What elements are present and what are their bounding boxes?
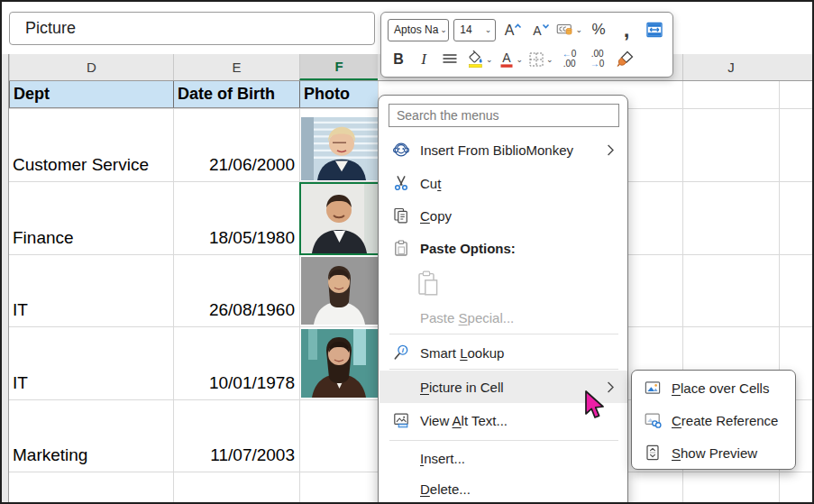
chevron-right-icon [607,144,615,156]
cell-dept[interactable]: Marketing [9,399,173,472]
font-color-icon: A [498,50,516,69]
excel-window: Picture DEFJ DeptDate of BirthPhotoCusto… [0,0,814,504]
align-center-button[interactable] [438,47,462,72]
portrait-woman-white-blouse[interactable] [301,257,378,325]
menu-divider [389,440,618,441]
grow-font-button[interactable]: A [500,17,524,42]
monkey-icon [390,141,412,159]
cell-date-of-birth[interactable]: 10/01/1978 [173,326,299,399]
submenu-item-create-reference[interactable]: Create Reference [632,404,795,436]
fill-color-icon [466,50,485,69]
place-over-cells-icon [643,379,663,397]
svg-text:A: A [534,23,543,38]
portrait-woman-blonde-glasses[interactable] [301,117,378,180]
submenu-item-show-preview[interactable]: Show Preview [632,436,795,469]
menu-item-paste-special: Paste Special... [380,305,627,330]
column-header-F[interactable]: F [299,54,378,80]
chevron-down-icon: ⌄ [486,55,493,64]
cell-dept[interactable]: Finance [9,181,173,254]
menu-divider [389,369,618,370]
cursor-arrow-icon [583,389,607,420]
menu-divider [389,334,618,334]
fill-color-button[interactable]: ⌄ [466,47,493,72]
chevron-down-icon: ⌄ [440,25,447,34]
column-header-J[interactable]: J [682,54,779,80]
menu-item-paste-preview [380,263,627,303]
sheet-header-cell-photo[interactable]: Photo [299,81,378,108]
shrink-font-icon: A [529,20,551,40]
menu-item-label: Insert From BiblioMonkey [420,142,573,158]
portrait-man-dark-suit[interactable] [301,184,378,253]
cell-date-of-birth[interactable]: 11/07/2003 [173,399,299,472]
chevron-down-icon: ⌄ [485,25,492,34]
menu-item-delete[interactable]: Delete... [380,474,627,503]
menu-item-label: View Alt Text... [420,413,508,428]
percent-style-button[interactable]: % [587,17,610,42]
portrait-woman-dark-blazer[interactable] [301,329,378,398]
menu-item-label: Paste Special... [420,310,514,325]
font-size-value: 14 [460,23,471,36]
chevron-down-icon: ⌄ [546,55,553,64]
align-center-icon [441,50,459,69]
format-painter-button[interactable] [614,47,637,72]
increase-decimal-button[interactable]: .00 →0 [586,47,609,72]
column-header-E[interactable]: E [173,54,299,80]
decrease-decimal-bottom: .00 [563,60,576,69]
chevron-right-icon [607,381,615,393]
alt-text-icon [390,411,412,429]
picture-in-cell-submenu: Place over CellsCreate ReferenceShow Pre… [631,370,796,470]
name-box[interactable]: Picture [9,12,375,45]
borders-button[interactable]: ⌄ [527,47,553,72]
paste-icon [417,265,439,301]
merge-center-icon [645,21,664,39]
decrease-decimal-button[interactable]: ←0 .00 [558,47,581,72]
comma-style-button[interactable]: , [615,17,638,42]
menu-item-copy[interactable]: Copy [380,200,627,231]
menu-item-insert-from-bibliomonkey[interactable]: Insert From BiblioMonkey [380,133,627,166]
accounting-format-button[interactable]: ⌄ [556,17,582,42]
menu-item-insert[interactable]: Insert... [380,444,627,472]
sheet-header-cell-date-of-birth[interactable]: Date of Birth [173,81,299,108]
menu-item-smart-lookup[interactable]: iSmart Lookup [380,337,627,368]
bold-label: B [393,51,404,68]
menu-item-label: Insert... [420,451,465,466]
chevron-down-icon: ⌄ [575,25,582,34]
submenu-item-place-over-cells[interactable]: Place over Cells [632,371,795,404]
font-size-combo[interactable]: 14 ⌄ [453,19,496,41]
menu-item-label: Paste Options: [420,241,516,256]
submenu-item-label: Create Reference [672,413,778,428]
bold-button[interactable]: B [388,47,409,72]
italic-label: I [421,50,426,69]
svg-text:A: A [505,23,515,38]
copy-icon [390,206,412,225]
show-preview-icon [643,444,663,462]
svg-text:A: A [502,50,511,65]
menu-item-label: Delete... [420,481,471,497]
cell-date-of-birth[interactable]: 18/05/1980 [173,181,299,254]
row-header-sliver [2,54,9,504]
merge-center-button[interactable] [643,17,666,42]
cell-dept[interactable]: Customer Service [9,108,173,181]
cell-dept[interactable]: IT [9,326,173,399]
cell-dept[interactable]: IT [9,254,173,326]
column-header-D[interactable]: D [9,54,173,80]
menu-item-label: Picture in Cell [420,380,504,395]
create-reference-icon [643,411,663,429]
search-menus-input[interactable] [389,104,619,127]
format-painter-icon [616,50,635,69]
decrease-decimal-top: ←0 [562,50,577,59]
cell-date-of-birth[interactable]: 26/08/1960 [173,254,299,326]
sheet-header-cell-dept[interactable]: Dept [9,81,173,108]
italic-button[interactable]: I [414,47,434,72]
menu-item-paste-options[interactable]: Paste Options: [380,233,627,263]
submenu-item-label: Place over Cells [672,380,769,396]
menu-item-label: Smart Lookup [420,345,504,361]
name-box-value: Picture [25,19,76,38]
smart-lookup-icon: i [390,344,412,362]
font-color-button[interactable]: A ⌄ [498,47,524,72]
font-name-combo[interactable]: Aptos Na ⌄ [388,19,449,41]
shrink-font-button[interactable]: A [528,17,552,42]
menu-item-cut[interactable]: Cut [380,168,627,198]
chevron-down-icon: ⌄ [517,55,524,64]
cell-date-of-birth[interactable]: 21/06/2000 [173,108,299,181]
